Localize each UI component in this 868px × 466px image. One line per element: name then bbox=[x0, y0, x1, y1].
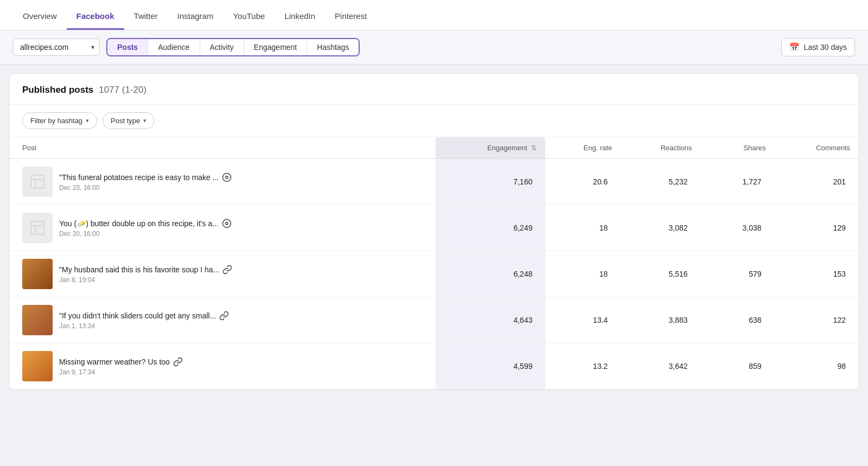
post-text: "My husband said this is his favorite so… bbox=[59, 265, 265, 275]
comments-value: 201 bbox=[775, 159, 859, 205]
link-icon bbox=[222, 265, 232, 275]
shares-value: 579 bbox=[701, 251, 775, 297]
post-thumb bbox=[22, 167, 53, 197]
svg-rect-3 bbox=[31, 221, 44, 234]
engagement-value: 6,249 bbox=[436, 205, 545, 251]
nav-facebook[interactable]: Facebook bbox=[67, 3, 124, 30]
post-thumb bbox=[22, 259, 53, 289]
engagement-value: 6,248 bbox=[436, 251, 545, 297]
date-range-button[interactable]: 📅 Last 30 days bbox=[781, 38, 855, 56]
nav-overview[interactable]: Overview bbox=[13, 3, 67, 30]
col-shares: Shares bbox=[701, 137, 775, 159]
post-date: Jan 8, 19:04 bbox=[59, 276, 427, 284]
date-range-label: Last 30 days bbox=[804, 43, 847, 52]
tabs-group: Posts Audience Activity Engagement Hasht… bbox=[106, 38, 360, 56]
tab-audience[interactable]: Audience bbox=[148, 39, 200, 55]
post-cell-3: "If you didn't think sliders could get a… bbox=[9, 297, 436, 343]
published-posts-header: Published posts 1077 (1-20) bbox=[9, 74, 859, 105]
comments-value: 122 bbox=[775, 297, 859, 343]
filter-hashtag-button[interactable]: Filter by hashtag ▾ bbox=[22, 112, 97, 129]
comments-value: 153 bbox=[775, 251, 859, 297]
shares-value: 638 bbox=[701, 297, 775, 343]
filter-hashtag-label: Filter by hashtag bbox=[30, 117, 82, 125]
nav-pinterest[interactable]: Pinterest bbox=[325, 3, 376, 30]
engagement-value: 7,160 bbox=[436, 159, 545, 205]
post-text: You (🧈) butter double up on this recipe,… bbox=[59, 219, 265, 228]
col-engagement[interactable]: Engagement ⇅ bbox=[436, 137, 545, 159]
account-select[interactable]: allrecipes.com bbox=[13, 39, 100, 56]
published-posts-count: 1077 (1-20) bbox=[99, 85, 146, 95]
svg-point-5 bbox=[226, 222, 228, 225]
filter-post-type-label: Post type bbox=[111, 117, 140, 125]
tab-activity[interactable]: Activity bbox=[200, 39, 244, 55]
col-comments: Comments bbox=[775, 137, 859, 159]
calendar-icon: 📅 bbox=[789, 42, 800, 52]
reactions-value: 3,642 bbox=[621, 343, 700, 390]
nav-linkedin[interactable]: LinkedIn bbox=[275, 3, 325, 30]
main-content: Published posts 1077 (1-20) Filter by ha… bbox=[9, 73, 859, 390]
comments-value: 129 bbox=[775, 205, 859, 251]
svg-point-2 bbox=[226, 176, 228, 178]
comments-value: 98 bbox=[775, 343, 859, 390]
post-thumb bbox=[22, 351, 53, 381]
eng-rate-value: 20.6 bbox=[545, 159, 621, 205]
posts-table: Post Engagement ⇅ Eng. rate Reactions Sh… bbox=[9, 137, 859, 390]
post-date: Jan 1, 13:34 bbox=[59, 322, 427, 330]
post-date: Dec 23, 16:00 bbox=[59, 184, 427, 191]
post-info: "This funeral potatoes recipe is easy to… bbox=[59, 173, 427, 191]
col-post: Post bbox=[9, 137, 436, 159]
shares-value: 859 bbox=[701, 343, 775, 390]
published-posts-title: Published posts bbox=[22, 85, 93, 95]
post-cell-0: "This funeral potatoes recipe is easy to… bbox=[9, 159, 436, 205]
svg-point-4 bbox=[222, 219, 231, 227]
engagement-value: 4,599 bbox=[436, 343, 545, 390]
post-text: "If you didn't think sliders could get a… bbox=[59, 311, 265, 321]
video-icon bbox=[222, 219, 232, 228]
svg-rect-0 bbox=[31, 175, 44, 188]
video-icon bbox=[222, 173, 232, 182]
post-info: You (🧈) butter double up on this recipe,… bbox=[59, 219, 427, 238]
post-info: "If you didn't think sliders could get a… bbox=[59, 311, 427, 330]
eng-rate-value: 13.4 bbox=[545, 297, 621, 343]
nav-youtube[interactable]: YouTube bbox=[223, 3, 275, 30]
top-nav: Overview Facebook Twitter Instagram YouT… bbox=[0, 0, 868, 30]
engagement-value: 4,643 bbox=[436, 297, 545, 343]
table-row[interactable]: "This funeral potatoes recipe is easy to… bbox=[9, 159, 859, 205]
nav-instagram[interactable]: Instagram bbox=[168, 3, 224, 30]
reactions-value: 3,883 bbox=[621, 297, 700, 343]
sort-icon: ⇅ bbox=[531, 144, 537, 152]
shares-value: 3,038 bbox=[701, 205, 775, 251]
tab-posts[interactable]: Posts bbox=[107, 39, 148, 55]
nav-twitter[interactable]: Twitter bbox=[124, 3, 168, 30]
reactions-value: 3,082 bbox=[621, 205, 700, 251]
eng-rate-value: 13.2 bbox=[545, 343, 621, 390]
post-info: Missing warmer weather? Us too Jan 9, 17… bbox=[59, 357, 427, 376]
post-date: Jan 9, 17:34 bbox=[59, 368, 427, 376]
shares-value: 1,727 bbox=[701, 159, 775, 205]
table-row[interactable]: "If you didn't think sliders could get a… bbox=[9, 297, 859, 343]
tab-engagement[interactable]: Engagement bbox=[244, 39, 307, 55]
link-icon bbox=[173, 357, 183, 367]
post-thumb bbox=[22, 305, 53, 335]
post-date: Dec 20, 16:00 bbox=[59, 230, 427, 238]
link-icon bbox=[219, 311, 229, 321]
post-text: Missing warmer weather? Us too bbox=[59, 357, 265, 367]
post-text: "This funeral potatoes recipe is easy to… bbox=[59, 173, 265, 182]
tab-hashtags[interactable]: Hashtags bbox=[307, 39, 359, 55]
account-select-wrapper: allrecipes.com ▾ bbox=[13, 39, 100, 56]
table-row[interactable]: You (🧈) butter double up on this recipe,… bbox=[9, 205, 859, 251]
toolbar: allrecipes.com ▾ Posts Audience Activity… bbox=[0, 30, 868, 65]
eng-rate-value: 18 bbox=[545, 205, 621, 251]
post-cell-1: You (🧈) butter double up on this recipe,… bbox=[9, 205, 436, 251]
table-row[interactable]: Missing warmer weather? Us too Jan 9, 17… bbox=[9, 343, 859, 390]
chevron-down-icon-2: ▾ bbox=[143, 117, 146, 124]
col-reactions: Reactions bbox=[621, 137, 700, 159]
table-row[interactable]: "My husband said this is his favorite so… bbox=[9, 251, 859, 297]
filter-post-type-button[interactable]: Post type ▾ bbox=[103, 112, 155, 129]
eng-rate-value: 18 bbox=[545, 251, 621, 297]
post-thumb bbox=[22, 213, 53, 243]
post-info: "My husband said this is his favorite so… bbox=[59, 265, 427, 284]
reactions-value: 5,516 bbox=[621, 251, 700, 297]
col-eng-rate: Eng. rate bbox=[545, 137, 621, 159]
post-cell-4: Missing warmer weather? Us too Jan 9, 17… bbox=[9, 343, 436, 390]
